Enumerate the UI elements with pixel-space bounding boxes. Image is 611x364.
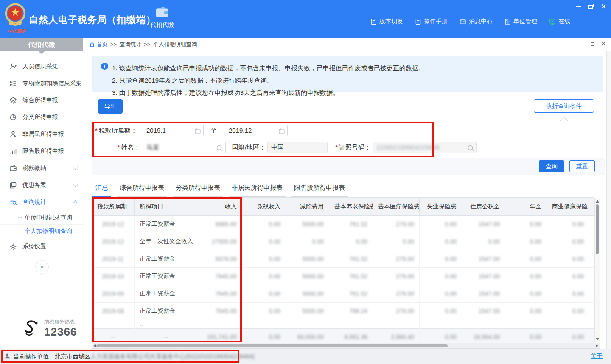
search-icon[interactable] [467, 144, 474, 155]
breadcrumb-home[interactable]: 首页 [89, 41, 108, 48]
cell-value: 279.00 [396, 221, 414, 228]
sidebar-item-restricted-stock[interactable]: 限售股所得申报 [0, 143, 83, 160]
table-vertical-scrollbar[interactable] [594, 198, 600, 342]
cell-value: 279.00 [396, 273, 414, 280]
sidebar-item-personnel-info[interactable]: 人员信息采集 [0, 58, 83, 75]
scroll-down-arrow-icon[interactable] [596, 338, 599, 340]
table-row[interactable]: 2019-12全年一次性奖金收入27500.000.000.000.000.00… [92, 233, 595, 250]
tab-summary[interactable]: 汇总 [92, 183, 111, 197]
table-row[interactable]: 2019-12正常工资薪金9985.000.005000.00761.52279… [92, 216, 595, 233]
cell-pension: 761.52 [329, 250, 373, 268]
table-row[interactable]: 2019-11正常工资薪金9378.000.005000.00761.52279… [92, 250, 595, 268]
notice-box: i 1. 该查询统计表仅能查询已申报成功的数据，不包含未申报、申报失败，已申报但… [92, 56, 603, 92]
period-from-input[interactable]: 2019.1 [143, 125, 204, 136]
cell-clipped [589, 233, 595, 250]
cell-taxfree [242, 320, 286, 329]
cell-housing_fund: 1547.00 [462, 268, 505, 285]
cell-deduction: 5000.00 [286, 285, 329, 303]
page-scrollbar[interactable] [606, 51, 611, 349]
export-button[interactable]: 导出 [98, 99, 123, 114]
calendar-icon[interactable] [278, 127, 285, 138]
cell-value: 0.00 [488, 238, 500, 245]
sidebar-subitem-unit-record-query[interactable]: 单位申报记录查询 [0, 211, 83, 225]
header-menu-manual[interactable]: 操作手册 [415, 18, 448, 25]
app-window: 中国税务 自然人电子税务局（扣缴端） 代扣代缴 版本切换操作手册消息中心单位管理… [0, 0, 611, 364]
sidebar-collapse-button[interactable]: « [35, 260, 49, 274]
summary-value: -- [111, 333, 115, 340]
cell-value: 761.52 [349, 290, 367, 297]
sidebar-item-special-deduction[interactable]: 专项附加扣除信息采集 [0, 75, 83, 92]
sidebar-item-query-stats[interactable]: 查询统计 [0, 194, 83, 211]
header-menu-message-center[interactable]: 消息中心 [460, 18, 493, 25]
cell-value: 279.00 [396, 308, 414, 314]
list-grid-icon [9, 80, 17, 87]
horizontal-scroll-thumb[interactable] [96, 344, 448, 347]
breadcrumb-separator: >> [110, 41, 117, 47]
logo-caption: 中国税务 [4, 28, 30, 34]
tab-classified-table[interactable]: 分类所得申报表 [173, 183, 223, 197]
header-menu-unit-management[interactable]: 单位管理 [504, 18, 537, 25]
tax-bureau-logo: 中国税务 [3, 3, 27, 36]
scroll-up-arrow-icon[interactable] [596, 200, 599, 203]
cell-taxfree: 0.00 [242, 216, 286, 233]
cell-housing_fund [462, 320, 505, 329]
table-row[interactable]: 2019-09正常工资薪金7645.000.005000.00761.52279… [92, 285, 595, 303]
cell-value: 0.00 [530, 221, 541, 228]
cell-income [198, 320, 242, 329]
close-icon[interactable] [601, 3, 607, 9]
id-number-input[interactable]: 110652199904220846 [373, 142, 477, 153]
reset-button[interactable]: 重置 [569, 160, 595, 172]
header-menu: 版本切换操作手册消息中心单位管理在线 [370, 18, 570, 25]
cell-value: 正常工资薪金 [140, 307, 175, 314]
cell-value: 正常工资薪金 [140, 220, 175, 227]
sidebar-item-tax-payment[interactable]: 税款缴纳 [0, 160, 83, 177]
cell-item: 正常工资薪金 [135, 285, 198, 303]
query-button[interactable]: 查询 [539, 160, 564, 172]
header-menu-version-switch[interactable]: 版本切换 [370, 18, 403, 25]
scroll-left-arrow-icon[interactable] [93, 344, 96, 347]
name-input[interactable]: 马某 [143, 142, 226, 153]
period-to-word: 至 [210, 125, 217, 136]
header-menu-label: 版本切换 [379, 18, 403, 25]
cell-deduction [286, 320, 329, 329]
scroll-right-arrow-icon[interactable] [596, 344, 598, 347]
cell-income: 7645.00 [198, 268, 242, 285]
cell-value: 0.00 [269, 256, 280, 262]
cell-value: 0.00 [572, 290, 584, 297]
table-row[interactable]: 2019-08正常工资薪金7645.000.005000.00798.24279… [92, 303, 595, 320]
app-title: 自然人电子税务局（扣缴端） [29, 14, 156, 26]
table-row[interactable]: 2019-10正常工资薪金7645.000.005000.00761.52279… [92, 268, 595, 285]
tab-comprehensive-table[interactable]: 综合所得申报表 [117, 183, 167, 197]
period-to-input[interactable]: 2019.12 [225, 125, 288, 136]
sidebar-item-comprehensive-income[interactable]: 综合所得申报 [0, 92, 83, 109]
column-header-annuity: 年金 [505, 198, 547, 216]
sidebar-item-nonresident-income[interactable]: 非居民所得申报 [0, 126, 83, 143]
panel-close-icon[interactable] [601, 41, 606, 46]
sidebar-subitem-personal-detail-query[interactable]: 个人扣缴明细查询 [0, 225, 83, 238]
tab-nonresident-table[interactable]: 非居民所得申报表 [229, 183, 286, 197]
cell-value: 2019-12 [102, 221, 124, 228]
collapse-query-button[interactable]: 收折查询条件 [534, 99, 594, 113]
module-tab-withholding[interactable]: 代扣代缴 [145, 6, 179, 29]
column-header-period: 税款所属期 [92, 198, 135, 216]
minimize-icon[interactable] [575, 3, 581, 9]
sidebar-item-preferential-record[interactable]: 优惠备案 [0, 177, 83, 194]
about-link[interactable]: 关于 [591, 353, 603, 360]
cell-annuity: 0.00 [505, 233, 547, 250]
vertical-scroll-thumb[interactable] [596, 204, 599, 254]
cell-housing_fund: 1547.00 [462, 216, 505, 233]
sidebar-item-system-settings[interactable]: 系统设置 [0, 238, 83, 255]
restore-icon[interactable] [588, 3, 594, 9]
tab-restricted-table[interactable]: 限售股所得申报表 [291, 183, 348, 197]
bar-chart-icon [9, 147, 17, 155]
cell-value: 0.00 [269, 238, 280, 245]
panel-restore-icon[interactable] [590, 41, 595, 46]
cell-annuity [505, 320, 547, 329]
table-horizontal-scrollbar[interactable] [92, 343, 600, 349]
header-menu-online-status[interactable]: 在线 [549, 18, 570, 25]
column-header-taxfree: 免税收入 [242, 198, 286, 216]
search-icon[interactable] [216, 144, 223, 155]
calendar-icon[interactable] [194, 127, 201, 138]
nationality-label: 国籍/地区： [227, 142, 266, 153]
sidebar-item-classified-income[interactable]: 分类所得申报 [0, 109, 83, 126]
